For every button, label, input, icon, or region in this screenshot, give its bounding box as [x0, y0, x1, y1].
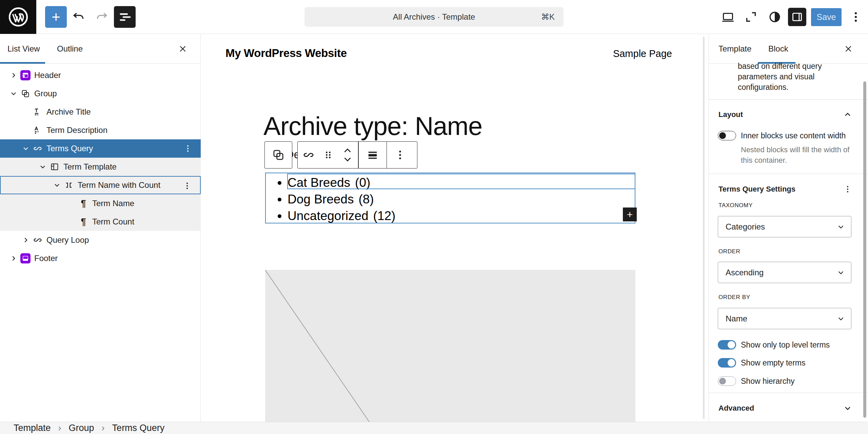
settings-sidebar-toggle[interactable] [788, 8, 806, 26]
chevron-right-icon[interactable] [20, 234, 32, 246]
active-tab-underline [0, 62, 45, 64]
tab-template[interactable]: Template [718, 34, 751, 64]
close-icon [178, 44, 188, 54]
paragraph-icon: ¶ [78, 216, 89, 228]
canvas-scrollbar[interactable] [703, 37, 705, 419]
term-description-block-icon [32, 124, 43, 136]
tab-list-view[interactable]: List View [7, 34, 40, 64]
chevron-down-icon[interactable] [7, 87, 20, 100]
show-hierarchy-toggle-row: Show hierarchy [718, 374, 861, 389]
chevron-down-icon [836, 268, 846, 277]
section-divider [709, 174, 868, 174]
plus-icon: + [627, 209, 633, 220]
chevron-right-icon[interactable] [7, 69, 20, 81]
taxonomy-select[interactable]: Categories [718, 216, 851, 237]
kebab-icon [393, 148, 407, 162]
sidebar-scrollbar[interactable] [863, 81, 866, 418]
chevron-down-icon[interactable] [37, 161, 49, 173]
drag-handle[interactable] [319, 142, 337, 168]
list-item-term-template[interactable]: Term Template [0, 158, 201, 176]
close-list-view-button[interactable] [175, 41, 190, 56]
archive-title-heading[interactable]: Archive type: Name [263, 111, 482, 141]
settings-tabs: Template Block [709, 34, 868, 64]
layout-section-header[interactable]: Layout [709, 106, 868, 123]
chevron-down-icon[interactable] [20, 142, 32, 155]
archive-title-block-icon [32, 106, 43, 118]
term-template-block-icon [49, 161, 60, 173]
settings-sidebar: Template Block based on different query … [709, 34, 868, 422]
order-select[interactable]: Ascending [718, 262, 851, 283]
list-item-term-count[interactable]: ¶ Term Count [0, 213, 201, 231]
block-options-button[interactable] [387, 142, 413, 168]
list-item-term-description[interactable]: Term Description [0, 121, 201, 139]
list-view-toggle-button[interactable] [114, 6, 136, 28]
chevron-down-icon[interactable] [51, 179, 63, 191]
list-item-terms-query[interactable]: Terms Query [0, 139, 201, 158]
style-book-button[interactable] [767, 6, 783, 28]
select-parent-icon [271, 148, 285, 162]
wordpress-logo[interactable] [0, 0, 36, 34]
kebab-icon [848, 9, 863, 24]
settings-kebab-button[interactable] [841, 182, 854, 196]
list-item-footer[interactable]: Footer [0, 249, 201, 268]
chevron-down-icon [836, 222, 846, 232]
advanced-section-header[interactable]: Advanced [709, 400, 868, 416]
list-item-term-name-with-count[interactable]: Term Name with Count [0, 176, 201, 194]
breadcrumb-separator: › [102, 423, 105, 433]
chevron-right-icon[interactable] [7, 252, 20, 264]
content-width-toggle[interactable] [718, 131, 736, 140]
command-center[interactable]: All Archives · Template ⌘K [304, 7, 564, 27]
undo-button[interactable] [71, 6, 87, 28]
term-list-item[interactable]: Dog Breeds(8) [288, 191, 395, 208]
redo-button[interactable] [94, 6, 110, 28]
preview-device-button[interactable] [720, 6, 736, 28]
save-button[interactable]: Save [811, 8, 842, 26]
row-options-kebab[interactable] [180, 179, 194, 193]
row-options-kebab[interactable] [181, 142, 195, 155]
list-item-group[interactable]: Group [0, 84, 201, 103]
order-label: ORDER [718, 248, 740, 255]
section-divider [709, 393, 868, 393]
chevron-down-icon [836, 314, 846, 323]
close-settings-button[interactable] [841, 41, 856, 56]
drag-handle-icon [322, 149, 334, 161]
tab-block[interactable]: Block [768, 34, 788, 64]
options-menu-button[interactable] [848, 6, 864, 28]
placeholder-diagonal-line [265, 270, 635, 422]
nav-link-sample-page[interactable]: Sample Page [613, 48, 672, 59]
show-only-top-level-terms-toggle[interactable] [718, 340, 736, 350]
keyboard-shortcut: ⌘K [541, 7, 555, 27]
show-empty-terms-toggle-row: Show empty terms [718, 355, 861, 370]
list-item-term-name[interactable]: ¶ Term Name [0, 194, 201, 213]
align-button[interactable] [359, 142, 387, 168]
term-list-item[interactable]: Uncategorized(12) [288, 208, 395, 224]
document-title: All Archives · Template [393, 12, 475, 22]
show-hierarchy-toggle[interactable] [718, 376, 736, 386]
breadcrumb-group[interactable]: Group [69, 423, 94, 433]
align-icon [366, 148, 380, 162]
breadcrumb-terms-query[interactable]: Terms Query [112, 423, 165, 433]
site-title[interactable]: My WordPress Website [225, 47, 347, 60]
block-toolbar [297, 141, 417, 169]
plus-icon: + [52, 9, 60, 24]
chevron-up-icon [841, 108, 854, 121]
breadcrumb-bar: Template › Group › Terms Query [0, 422, 868, 434]
order-by-label: ORDER BY [718, 294, 750, 301]
terms-query-settings-header: Terms Query Settings [709, 181, 868, 197]
list-item-query-loop[interactable]: Query Loop [0, 231, 201, 249]
breadcrumb-template[interactable]: Template [14, 423, 51, 433]
order-by-select[interactable]: Name [718, 308, 851, 329]
editor-canvas: My WordPress Website Sample Page Archive… [201, 34, 709, 422]
show-empty-terms-toggle[interactable] [718, 358, 736, 368]
zoom-out-button[interactable] [743, 6, 759, 28]
tab-outline[interactable]: Outline [57, 34, 83, 64]
taxonomy-label: TAXONOMY [718, 202, 753, 209]
list-item-header[interactable]: Header [0, 66, 201, 84]
block-inserter-appender[interactable]: + [623, 208, 637, 221]
block-movers[interactable] [337, 142, 358, 168]
block-inserter-button[interactable]: + [45, 6, 67, 28]
featured-image-placeholder[interactable] [265, 270, 635, 422]
block-type-button[interactable] [298, 142, 319, 168]
select-parent-button[interactable] [265, 142, 292, 168]
list-item-archive-title[interactable]: Archive Title [0, 103, 201, 121]
